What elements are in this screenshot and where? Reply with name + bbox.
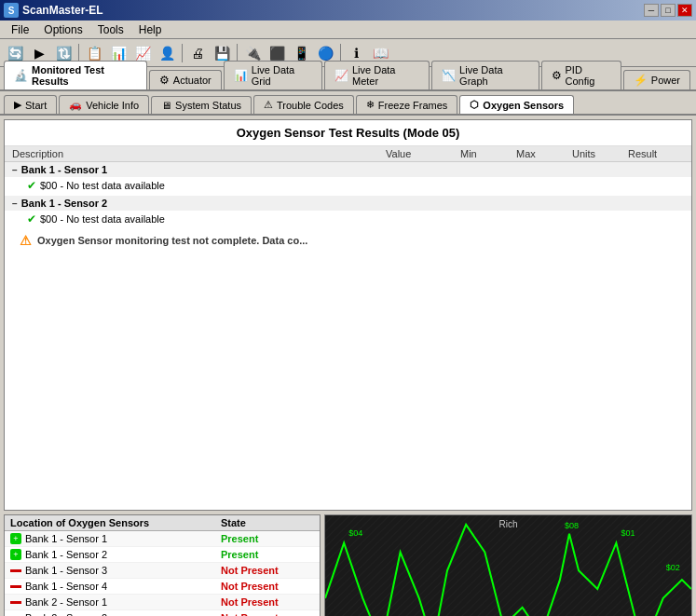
chart-area: Rich Lean $04 $08 $03 $05 $06 $07 $09 $0…: [324, 514, 692, 616]
menu-tools[interactable]: Tools: [90, 21, 131, 38]
tab2-icon-2: 🖥: [161, 100, 171, 111]
sensor-indicator-4: [10, 601, 21, 604]
maximize-button[interactable]: □: [661, 4, 676, 17]
col-result: Result: [628, 148, 684, 159]
tab2-label-1: Vehicle Info: [86, 100, 139, 111]
sensor-group-header-0: − Bank 1 - Sensor 1: [5, 162, 691, 177]
sensor-loc-row-2: Bank 1 - Sensor 3 Not Present: [5, 563, 320, 579]
sensor-group-header-1: − Bank 1 - Sensor 2: [5, 196, 691, 211]
col-min: Min: [460, 148, 516, 159]
tab-bar-2: ▶ Start 🚗 Vehicle Info 🖥 System Status ⚠…: [0, 91, 696, 116]
collapse-icon-1[interactable]: −: [12, 198, 18, 209]
sensor-loc-name-3: Bank 1 - Sensor 4: [25, 581, 107, 592]
tab1-icon-0: 🔬: [14, 69, 28, 82]
close-button[interactable]: ✕: [677, 4, 692, 17]
sensor-group-0: − Bank 1 - Sensor 1 ✔ $00 - No test data…: [5, 162, 691, 194]
tab-live-data-graph[interactable]: 📉 Live Data Graph: [431, 61, 539, 89]
tab-live-data-grid[interactable]: 📊 Live Data Grid: [224, 61, 322, 89]
tab-bar-1: 🔬 Monitored Test Results ⚙ Actuator 📊 Li…: [0, 67, 696, 91]
sensor-loc-row-1: + Bank 1 - Sensor 2 Present: [5, 547, 320, 563]
sensor-state-2: Not Present: [221, 565, 314, 576]
sensor-group-1: − Bank 1 - Sensor 2 ✔ $00 - No test data…: [5, 196, 691, 227]
tab2-icon-4: ❄: [366, 99, 375, 111]
main-content-area: Oxygen Sensor Test Results (Mode 05) Des…: [4, 119, 692, 511]
col-units: Units: [572, 148, 628, 159]
tab-live-data-meter[interactable]: 📈 Live Data Meter: [324, 61, 430, 89]
tab1-icon-3: 📈: [334, 69, 348, 82]
sensor-group-label-0: Bank 1 - Sensor 1: [21, 164, 107, 175]
minimize-button[interactable]: ─: [644, 4, 659, 17]
sensor-row-icon-0-0: ✔: [27, 179, 36, 192]
tab-pid-config[interactable]: ⚙ PID Config: [541, 61, 621, 89]
sensor-indicator-1: +: [10, 549, 21, 560]
tab1-icon-1: ⚙: [159, 74, 170, 87]
tab2-label-0: Start: [25, 100, 47, 111]
sensor-loc-left-5: Bank 2 - Sensor 2: [10, 612, 221, 616]
tab2-label-4: Freeze Frames: [378, 100, 448, 111]
sensor-table-header: Location of Oxygen Sensors State: [5, 515, 320, 531]
tab-actuator[interactable]: ⚙ Actuator: [149, 70, 222, 89]
svg-text:$08: $08: [565, 521, 579, 530]
svg-text:$01: $01: [621, 528, 635, 538]
sensor-loc-left-0: + Bank 1 - Sensor 1: [10, 533, 221, 544]
tab-system-status[interactable]: 🖥 System Status: [151, 96, 252, 114]
sensor-loc-name-4: Bank 2 - Sensor 1: [25, 596, 107, 608]
warning-icon: ⚠: [20, 233, 32, 248]
menu-file[interactable]: File: [4, 21, 36, 38]
sensor-loc-row-3: Bank 1 - Sensor 4 Not Present: [5, 579, 320, 595]
bottom-section: Location of Oxygen Sensors State + Bank …: [4, 514, 692, 616]
sensor-location-table: Location of Oxygen Sensors State + Bank …: [4, 514, 321, 616]
sensor-group-label-1: Bank 1 - Sensor 2: [21, 198, 107, 209]
menu-options[interactable]: Options: [36, 21, 89, 38]
sensor-loc-row-5: Bank 2 - Sensor 2 Not Present: [5, 610, 320, 616]
sensor-loc-left-3: Bank 1 - Sensor 4: [10, 581, 221, 592]
sensor-loc-name-5: Bank 2 - Sensor 2: [25, 612, 107, 616]
sensor-loc-left-4: Bank 2 - Sensor 1: [10, 596, 221, 608]
sensor-row-icon-1-0: ✔: [27, 212, 36, 226]
tab1-label-1: Actuator: [173, 75, 212, 86]
sensor-row-0-0: ✔ $00 - No test data available: [5, 177, 691, 194]
content-title: Oxygen Sensor Test Results (Mode 05): [5, 120, 691, 146]
sensor-state-3: Not Present: [221, 581, 314, 592]
svg-text:$04: $04: [348, 528, 362, 538]
sensor-loc-row-0: + Bank 1 - Sensor 1 Present: [5, 531, 320, 547]
sensor-col-state: State: [221, 517, 314, 528]
sensor-loc-left-2: Bank 1 - Sensor 3: [10, 565, 221, 576]
tab1-icon-5: ⚙: [552, 69, 562, 82]
tab-monitored-test-results[interactable]: 🔬 Monitored Test Results: [4, 61, 147, 89]
menu-help[interactable]: Help: [131, 21, 170, 38]
tab-start[interactable]: ▶ Start: [4, 95, 57, 114]
tab1-label-3: Live Data Meter: [352, 64, 419, 87]
sensor-row-1-0: ✔ $00 - No test data available: [5, 211, 691, 227]
sensor-loc-name-2: Bank 1 - Sensor 3: [25, 565, 107, 576]
app-icon: S: [4, 3, 19, 18]
tab-oxygen-sensors[interactable]: ⬡ Oxygen Sensors: [459, 95, 574, 114]
tab1-label-2: Live Data Grid: [252, 64, 312, 87]
toolbar-sep1: [78, 44, 79, 62]
toolbar-btn6[interactable]: 🖨: [186, 42, 209, 64]
toolbar-btn5[interactable]: 👤: [156, 42, 178, 64]
sensor-row-text-0-0: $00 - No test data available: [40, 180, 165, 191]
table-header: Description Value Min Max Units Result: [5, 146, 691, 162]
tab-vehicle-info[interactable]: 🚗 Vehicle Info: [59, 95, 149, 114]
sensor-row-text-1-0: $00 - No test data available: [40, 213, 165, 225]
svg-rect-1: [325, 515, 691, 616]
table-body: − Bank 1 - Sensor 1 ✔ $00 - No test data…: [5, 162, 691, 510]
svg-text:$02: $02: [666, 563, 680, 572]
tab1-icon-4: 📉: [442, 69, 456, 82]
tab1-label-6: Power: [651, 75, 680, 86]
sensor-state-0: Present: [221, 533, 314, 544]
tab-freeze-frames[interactable]: ❄ Freeze Frames: [356, 95, 458, 114]
tab-trouble-codes[interactable]: ⚠ Trouble Codes: [253, 95, 354, 114]
sensor-state-5: Not Present: [221, 612, 314, 616]
collapse-icon-0[interactable]: −: [12, 165, 18, 175]
tab-power[interactable]: ⚡ Power: [623, 70, 690, 89]
app-title: ScanMaster-EL: [22, 4, 103, 17]
tab1-label-5: PID Config: [566, 64, 611, 87]
chart-rich-label: Rich: [498, 519, 517, 529]
chart-svg: $04 $08 $03 $05 $06 $07 $09 $01 $0A $02: [325, 515, 691, 616]
toolbar-sep2: [182, 44, 183, 62]
sensor-indicator-3: [10, 585, 21, 588]
tab1-icon-2: 📊: [234, 69, 248, 82]
tab1-icon-6: ⚡: [634, 74, 648, 87]
